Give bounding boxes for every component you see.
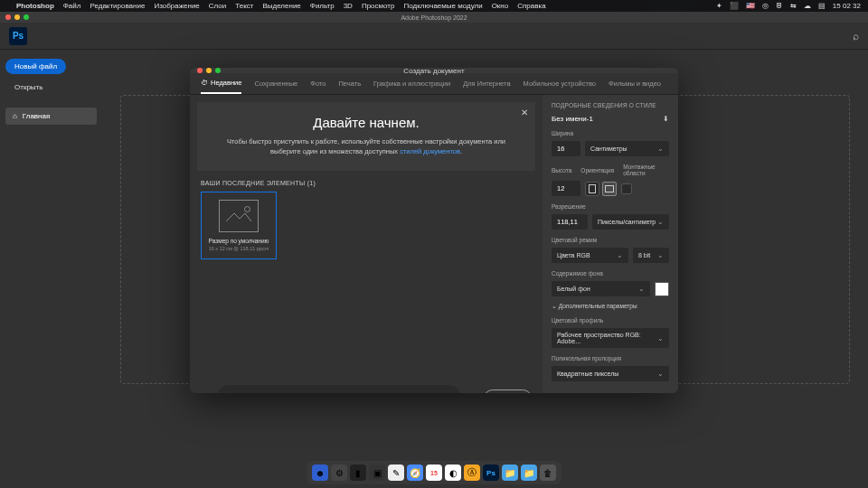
- color-mode-label: Цветовой режим: [552, 237, 669, 243]
- home-icon: ⌂: [13, 112, 17, 120]
- welcome-heading: Давайте начнем.: [224, 115, 508, 130]
- tab-mobile[interactable]: Мобильное устройство: [524, 79, 596, 94]
- menu-plugins[interactable]: Подключаемые модули: [403, 2, 482, 10]
- menu-view[interactable]: Просмотр: [362, 2, 395, 10]
- window-titlebar: Adobe Photoshop 2022: [0, 12, 868, 23]
- status-icon[interactable]: ⬛: [730, 2, 739, 10]
- macos-menubar: Photoshop Файл Редактирование Изображени…: [0, 0, 868, 12]
- background-label: Содержимое фона: [552, 270, 669, 277]
- top-toolbar: Ps ⌕: [0, 23, 868, 50]
- save-preset-icon[interactable]: ⬇: [663, 115, 669, 123]
- width-input[interactable]: [552, 141, 580, 156]
- width-label: Ширина: [552, 130, 669, 136]
- bit-depth-select[interactable]: 8 bit: [633, 248, 669, 263]
- minimize-window-button[interactable]: [14, 14, 20, 20]
- menu-image[interactable]: Изображение: [154, 2, 199, 10]
- menu-filter[interactable]: Фильтр: [310, 2, 335, 10]
- dialog-minimize-button[interactable]: [206, 68, 212, 73]
- preset-subtitle: 16 x 12 см @ 118,11 ppcm: [209, 246, 269, 251]
- height-label: Высота: [552, 167, 571, 174]
- menu-window[interactable]: Окно: [492, 2, 509, 10]
- photoshop-logo[interactable]: Ps: [9, 27, 27, 45]
- template-search[interactable]: ⌕: [217, 385, 461, 393]
- shield-icon[interactable]: ⛨: [776, 2, 783, 10]
- preset-name: Размер по умолчанию: [209, 238, 269, 244]
- dialog-header: Создать документ: [190, 68, 678, 73]
- dock-app[interactable]: Ⓐ: [464, 465, 480, 481]
- welcome-text: Чтобы быстро приступить к работе, исполь…: [224, 137, 508, 156]
- tab-saved[interactable]: Сохраненные: [254, 79, 297, 94]
- resolution-unit-select[interactable]: Пикселы/сантиметр: [592, 214, 669, 230]
- sidebar-home-label: Главная: [23, 112, 50, 120]
- dock-photoshop[interactable]: Ps: [483, 465, 499, 481]
- status-icon[interactable]: ◎: [762, 2, 769, 10]
- open-button[interactable]: Открыть: [5, 80, 97, 95]
- advanced-toggle[interactable]: ⌄ Дополнительные параметры: [552, 303, 669, 310]
- menubar-app[interactable]: Photoshop: [16, 2, 54, 10]
- flag-icon[interactable]: 🇺🇸: [746, 2, 755, 10]
- orientation-portrait[interactable]: [585, 182, 599, 196]
- width-unit-select[interactable]: Сантиметры: [585, 141, 669, 156]
- menu-edit[interactable]: Редактирование: [90, 2, 145, 10]
- tab-print[interactable]: Печать: [338, 79, 361, 94]
- height-input[interactable]: [552, 181, 580, 196]
- sidebar-item-home[interactable]: ⌂ Главная: [5, 108, 97, 125]
- macos-dock: ☻ ⚙ ▮ ▣ ✎ 🧭 15 ◐ Ⓐ Ps 📁 📁 🗑: [307, 461, 561, 484]
- dock-calendar[interactable]: 15: [426, 465, 442, 481]
- new-document-dialog: Создать документ ⏱ Недавние Сохраненные …: [190, 68, 678, 393]
- artboards-label: Монтажные области: [623, 164, 669, 176]
- close-icon[interactable]: ✕: [521, 108, 528, 117]
- tab-recent[interactable]: ⏱ Недавние: [201, 79, 241, 94]
- dock-app[interactable]: ▣: [369, 465, 385, 481]
- tab-film[interactable]: Фильмы и видео: [609, 79, 661, 94]
- tab-graphics[interactable]: Графика и иллюстрации: [373, 79, 450, 94]
- doc-name[interactable]: Без имени-1: [552, 115, 593, 123]
- background-swatch[interactable]: [655, 282, 669, 296]
- background-select[interactable]: Белый фон: [552, 281, 650, 296]
- menu-3d[interactable]: 3D: [344, 2, 353, 10]
- dock-finder[interactable]: ☻: [312, 465, 328, 481]
- dock-app[interactable]: ◐: [445, 465, 461, 481]
- cloud-icon[interactable]: ☁: [804, 2, 811, 10]
- window-title: Adobe Photoshop 2022: [401, 14, 467, 21]
- dock-terminal[interactable]: ▮: [350, 465, 366, 481]
- color-profile-label: Цветовой профиль: [552, 317, 669, 324]
- dialog-close-button[interactable]: [197, 68, 203, 73]
- search-icon: ⌕: [228, 389, 237, 393]
- preset-default[interactable]: Размер по умолчанию 16 x 12 см @ 118,11 …: [201, 192, 277, 259]
- preset-thumbnail: [219, 200, 259, 232]
- color-mode-select[interactable]: Цвета RGB: [552, 248, 628, 263]
- close-window-button[interactable]: [5, 14, 11, 20]
- menu-help[interactable]: Справка: [517, 2, 545, 10]
- resolution-input[interactable]: [552, 214, 588, 230]
- find-button[interactable]: Найти: [484, 389, 532, 394]
- menu-layers[interactable]: Слои: [209, 2, 226, 10]
- tab-web[interactable]: Для Интернета: [463, 79, 510, 94]
- dock-trash[interactable]: 🗑: [540, 465, 556, 481]
- tab-photo[interactable]: Фото: [310, 79, 326, 94]
- status-icon[interactable]: ✦: [716, 2, 722, 10]
- dock-folder[interactable]: 📁: [521, 465, 537, 481]
- dialog-details-pane: ПОДРОБНЫЕ СВЕДЕНИЯ О СТИЛЕ Без имени-1 ⬇…: [542, 95, 678, 393]
- orientation-landscape[interactable]: [602, 182, 617, 196]
- menu-text[interactable]: Текст: [235, 2, 253, 10]
- orientation-label: Ориентация: [580, 167, 614, 174]
- maximize-window-button[interactable]: [24, 14, 29, 20]
- dialog-maximize-button[interactable]: [215, 68, 221, 73]
- menubar-clock[interactable]: 15 02 32: [833, 2, 861, 10]
- dock-folder[interactable]: 📁: [502, 465, 518, 481]
- status-icon[interactable]: ▤: [818, 2, 826, 10]
- pixel-aspect-select[interactable]: Квадратные пикселы: [552, 366, 669, 381]
- new-file-button[interactable]: Новый файл: [5, 59, 66, 74]
- artboards-checkbox[interactable]: [621, 183, 632, 194]
- menu-file[interactable]: Файл: [63, 2, 81, 10]
- status-icon[interactable]: ⇆: [790, 2, 797, 10]
- dock-app[interactable]: ✎: [388, 465, 404, 481]
- menu-select[interactable]: Выделение: [262, 2, 300, 10]
- search-icon[interactable]: ⌕: [853, 30, 859, 42]
- traffic-lights: [5, 14, 29, 20]
- dock-settings[interactable]: ⚙: [331, 465, 347, 481]
- color-profile-select[interactable]: Рабочее пространство RGB: Adobe...: [552, 328, 669, 348]
- dock-safari[interactable]: 🧭: [407, 465, 423, 481]
- doc-styles-link[interactable]: стилей документов: [400, 147, 460, 155]
